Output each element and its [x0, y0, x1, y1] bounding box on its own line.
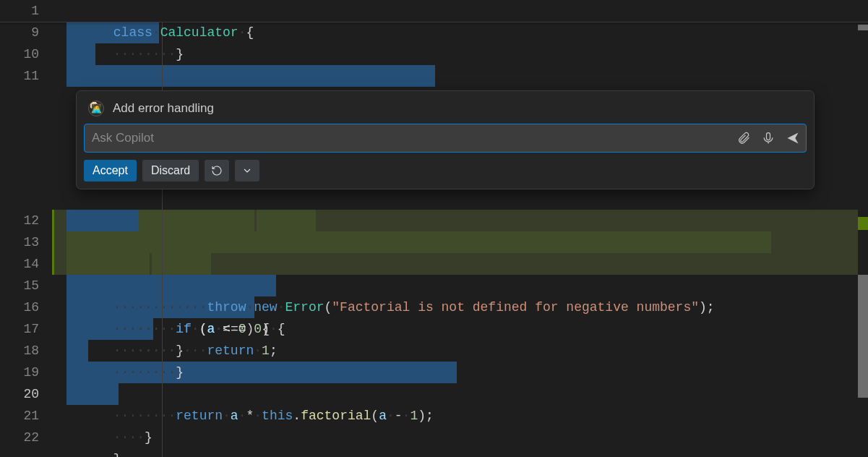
identifier: a — [231, 409, 239, 423]
operator: === — [223, 322, 246, 336]
paren: ( — [325, 300, 332, 315]
send-icon[interactable] — [786, 131, 800, 145]
code-line[interactable]: ········} — [52, 253, 868, 275]
sticky-scroll-separator — [0, 22, 868, 22]
operator: * — [246, 409, 254, 423]
keyword: this — [262, 409, 293, 423]
keyword: throw — [207, 300, 246, 315]
line-number: 17 — [0, 318, 52, 340]
chat-input-container[interactable] — [84, 124, 807, 153]
keyword: return — [176, 409, 223, 423]
diff-added-span — [152, 253, 211, 275]
retry-icon — [211, 165, 223, 176]
code-area[interactable]: class·Calculator·{ ········} ····public·… — [52, 0, 868, 457]
line-number-gutter: 1 9 10 11 12 13 14 15 16 17 18 19 20 21 … — [0, 0, 52, 457]
semicolon: ; — [270, 343, 278, 358]
number: 0 — [254, 322, 262, 336]
number: 1 — [262, 343, 270, 358]
accept-button[interactable]: Accept — [84, 160, 137, 181]
line-number: 12 — [0, 210, 52, 231]
retry-button[interactable] — [205, 160, 229, 181]
chat-input-icons — [736, 131, 800, 145]
diff-added-span — [66, 231, 771, 253]
selection-highlight — [66, 210, 139, 231]
diff-added-marker — [52, 210, 54, 275]
keyword: return — [207, 343, 254, 358]
line-number: 15 — [0, 275, 52, 296]
selection-highlight — [66, 43, 95, 65]
line-number: 20 — [0, 383, 52, 405]
brace: } — [113, 452, 121, 457]
brace: } — [176, 365, 184, 380]
selection-highlight — [66, 340, 88, 362]
identifier: a — [207, 322, 215, 336]
svg-rect-0 — [767, 133, 770, 140]
class-name: Calculator — [160, 25, 239, 40]
diff-added-span — [257, 210, 316, 231]
paren: ) — [699, 300, 707, 315]
line-number: 18 — [0, 340, 52, 362]
line-number: 9 — [0, 22, 52, 43]
paren: ( — [371, 409, 379, 423]
code-editor[interactable]: 1 9 10 11 12 13 14 15 16 17 18 19 20 21 … — [0, 0, 868, 457]
selection-highlight — [66, 65, 435, 87]
keyword: class — [113, 25, 152, 40]
ruler-mark — [858, 25, 868, 30]
code-line[interactable]: } — [52, 427, 868, 448]
ruler-mark-added — [858, 217, 868, 230]
discard-button[interactable]: Discard — [142, 160, 199, 181]
code-line[interactable]: ········if·(a·<·0)·{ — [52, 210, 868, 231]
line-number: 22 — [0, 427, 52, 448]
line-number: 14 — [0, 253, 52, 275]
line-number: 10 — [0, 43, 52, 65]
code-line[interactable]: ········if·(a·===·0)·{ — [52, 275, 868, 296]
chat-actions: Accept Discard — [84, 160, 807, 181]
line-number: 13 — [0, 231, 52, 253]
brace: } — [145, 430, 152, 445]
line-number: 11 — [0, 65, 52, 87]
keyword: new — [254, 300, 277, 315]
paren: ) — [418, 409, 426, 423]
chat-header: 🧑‍💻 Add error handling — [84, 98, 807, 124]
more-actions-button[interactable] — [235, 160, 259, 181]
ruler-mark — [858, 275, 868, 398]
semicolon: ; — [707, 300, 715, 315]
overview-ruler[interactable] — [858, 0, 868, 457]
type-name: Error — [285, 300, 324, 315]
selection-highlight — [66, 275, 276, 296]
string-literal: "Factorial is not defined for negative n… — [332, 300, 699, 315]
code-line[interactable]: ············throw·new·Error("Factorial i… — [52, 231, 868, 253]
identifier: a — [379, 409, 387, 423]
diff-added-span — [139, 210, 254, 231]
line-number: 19 — [0, 362, 52, 383]
indent-guide — [162, 22, 163, 457]
code-line[interactable]: ····} — [52, 383, 868, 405]
microphone-icon[interactable] — [761, 131, 775, 145]
brace: { — [278, 322, 285, 336]
brace: { — [246, 25, 254, 40]
line-number: 1 — [0, 0, 52, 22]
paren: ) — [262, 322, 270, 336]
code-line[interactable]: ····public·factorial(a:·number):·number·… — [52, 65, 868, 87]
copilot-inline-chat: 🧑‍💻 Add error handling Accept Discard — [76, 90, 815, 189]
copilot-avatar-icon: 🧑‍💻 — [88, 101, 104, 116]
line-number: 16 — [0, 296, 52, 318]
keyword: if — [176, 322, 192, 336]
code-line[interactable]: class·Calculator·{ — [52, 0, 868, 22]
paperclip-icon[interactable] — [736, 131, 751, 145]
number: 1 — [410, 409, 418, 423]
chat-input[interactable] — [92, 131, 736, 145]
brace: } — [176, 47, 184, 61]
chat-prompt-label: Add error handling — [113, 101, 214, 116]
semicolon: ; — [426, 409, 434, 423]
paren: ( — [199, 322, 207, 336]
diff-added-span — [66, 253, 150, 275]
dot: . — [293, 409, 301, 423]
function-name: factorial — [301, 409, 371, 423]
line-number: 21 — [0, 405, 52, 427]
chevron-down-icon — [241, 165, 253, 176]
operator: - — [395, 409, 403, 423]
